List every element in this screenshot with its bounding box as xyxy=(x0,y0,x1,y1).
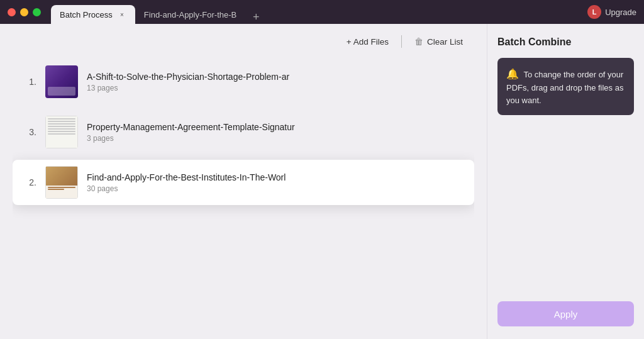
file-number: 2. xyxy=(21,177,36,187)
clear-list-label: Clear List xyxy=(427,37,463,47)
files-list: 1. A-Shift-to-Solve-the-Physician-Shorta… xyxy=(13,59,474,329)
clear-list-button[interactable]: 🗑 Clear List xyxy=(409,34,468,49)
file-thumbnail xyxy=(45,166,78,199)
file-name: A-Shift-to-Solve-the-Physician-Shortage-… xyxy=(87,72,465,82)
tab-find-apply-label: Find-and-Apply-For-the-B xyxy=(144,10,236,19)
tab-batch-process[interactable]: Batch Process × xyxy=(51,5,135,24)
file-name: Property-Management-Agreement-Template-S… xyxy=(87,122,465,132)
file-thumbnail xyxy=(45,116,78,148)
upgrade-button[interactable]: L Upgrade xyxy=(587,5,636,19)
title-bar: Batch Process × Find-and-Apply-For-the-B… xyxy=(0,0,644,24)
apply-button[interactable]: Apply xyxy=(497,301,634,326)
thumbnail-institutes xyxy=(45,166,78,199)
file-pages: 3 pages xyxy=(87,134,465,143)
tab-add-button[interactable]: + xyxy=(249,10,263,24)
traffic-lights xyxy=(8,8,41,16)
thumbnail-property xyxy=(45,116,78,148)
tabs-area: Batch Process × Find-and-Apply-For-the-B… xyxy=(51,0,587,24)
toolbar-divider xyxy=(401,35,402,48)
avatar-letter: L xyxy=(592,8,597,16)
tab-close-icon[interactable]: × xyxy=(118,10,126,19)
list-item[interactable]: 1. A-Shift-to-Solve-the-Physician-Shorta… xyxy=(13,59,474,104)
add-files-label: + Add Files xyxy=(347,37,389,47)
file-pages: 13 pages xyxy=(87,84,465,92)
close-button[interactable] xyxy=(8,8,16,16)
list-item[interactable]: 3. Property-Management-Agreement-Templat… xyxy=(13,109,474,155)
upgrade-avatar: L xyxy=(587,5,601,19)
file-thumbnail xyxy=(45,65,78,98)
maximize-button[interactable] xyxy=(33,8,41,16)
info-text: To change the order of your PDFs, drag a… xyxy=(506,70,623,105)
file-info: A-Shift-to-Solve-the-Physician-Shortage-… xyxy=(87,72,465,92)
upgrade-label: Upgrade xyxy=(605,8,636,17)
toolbar: + Add Files 🗑 Clear List xyxy=(13,34,474,49)
thumbnail-physician xyxy=(45,65,78,98)
file-pages: 30 pages xyxy=(87,184,465,193)
panel-title: Batch Combine xyxy=(497,36,634,48)
tab-find-apply[interactable]: Find-and-Apply-For-the-B xyxy=(135,5,245,24)
add-files-button[interactable]: + Add Files xyxy=(341,35,394,49)
file-number: 3. xyxy=(21,127,36,137)
minimize-button[interactable] xyxy=(20,8,28,16)
tab-batch-process-label: Batch Process xyxy=(60,10,113,19)
info-box: 🔔 To change the order of your PDFs, drag… xyxy=(497,58,634,115)
trash-icon: 🗑 xyxy=(414,36,423,47)
file-name: Find-and-Apply-For-the-Best-Institutes-I… xyxy=(87,172,465,182)
right-panel: Batch Combine 🔔 To change the order of y… xyxy=(487,24,644,339)
left-panel: + Add Files 🗑 Clear List 1. A-Shift-to-S… xyxy=(0,24,487,339)
list-item-dragging[interactable]: 2. Find-and-Apply-For-the-Best-Institute… xyxy=(13,160,474,205)
file-number: 1. xyxy=(21,77,36,87)
file-info: Property-Management-Agreement-Template-S… xyxy=(87,122,465,143)
info-emoji: 🔔 xyxy=(506,69,519,79)
apply-label: Apply xyxy=(554,309,578,320)
file-info: Find-and-Apply-For-the-Best-Institutes-I… xyxy=(87,172,465,193)
main-content: + Add Files 🗑 Clear List 1. A-Shift-to-S… xyxy=(0,24,644,339)
